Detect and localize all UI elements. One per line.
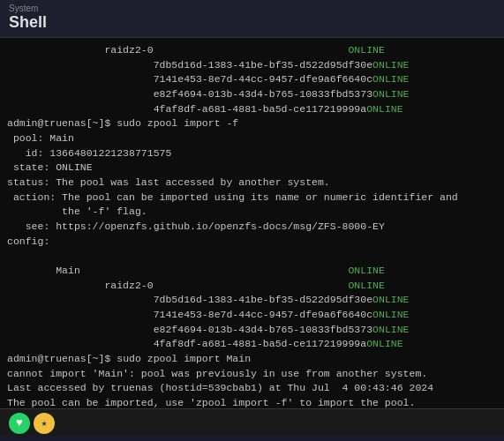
whatsapp-icon[interactable]: ♥ (9, 413, 30, 434)
footer: ♥ ★ (0, 408, 504, 437)
page-title: Shell (9, 13, 495, 32)
system-label: System (9, 4, 495, 13)
header: System Shell (0, 0, 504, 38)
terminal[interactable]: raidz2-0 ONLINE 7db5d16d-1383-41be-bf35-… (0, 38, 504, 408)
star-icon[interactable]: ★ (34, 413, 55, 434)
